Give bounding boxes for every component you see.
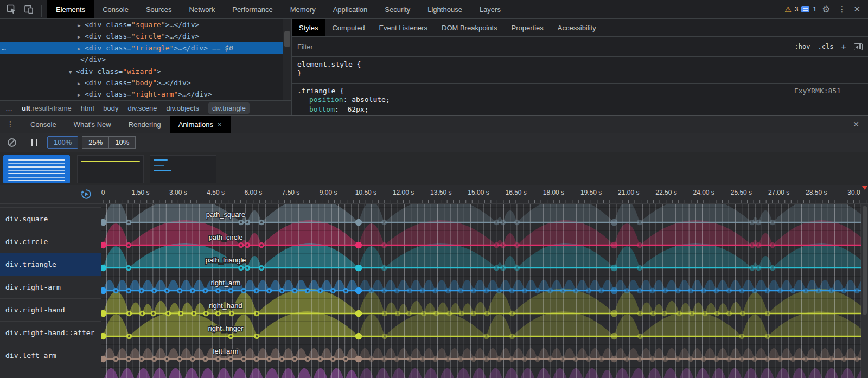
expand-arrow-icon[interactable]: ▶ xyxy=(78,20,85,31)
toggle-hover-state-button[interactable]: :hov xyxy=(795,43,810,50)
ruler-label: 24.00 s xyxy=(693,189,714,196)
styles-tabs: StylesComputedEvent ListenersDOM Breakpo… xyxy=(292,19,868,37)
drawer-tab-animations[interactable]: Animations× xyxy=(170,116,231,133)
more-options-icon[interactable]: ⋮ xyxy=(835,4,848,14)
css-rule-0: element.style {} xyxy=(292,57,868,84)
drawer-tab-rendering[interactable]: Rendering xyxy=(120,116,170,133)
topbar-tab-console[interactable]: Console xyxy=(94,0,137,18)
breadcrumb-item-3[interactable]: body xyxy=(103,104,118,112)
drawer-tab-what-s-new[interactable]: What's New xyxy=(65,116,120,133)
devtools-window: ElementsConsoleSourcesNetworkPerformance… xyxy=(0,0,868,378)
topbar-tab-sources[interactable]: Sources xyxy=(137,0,181,18)
ruler-label: 18.00 s xyxy=(543,189,564,196)
expand-arrow-icon[interactable]: ▶ xyxy=(78,78,85,89)
topbar-tab-network[interactable]: Network xyxy=(181,0,224,18)
toggle-class-button[interactable]: .cls xyxy=(818,43,833,50)
topbar-tab-layers[interactable]: Layers xyxy=(471,0,509,18)
inspect-element-icon[interactable] xyxy=(5,3,17,15)
topbar-tab-security[interactable]: Security xyxy=(376,0,419,18)
dom-row-2[interactable]: …▶<div class="triangle">…</div> == $0 xyxy=(0,42,291,54)
animation-group-preview-2[interactable] xyxy=(150,155,216,183)
topbar-tab-application[interactable]: Application xyxy=(324,0,376,18)
issues-icon[interactable] xyxy=(801,6,809,12)
warning-icon[interactable]: ⚠ xyxy=(784,5,792,14)
dom-row-more-icon[interactable]: … xyxy=(2,42,7,54)
styles-filter-input[interactable] xyxy=(297,43,710,51)
settings-gear-icon[interactable]: ⚙ xyxy=(820,4,832,15)
dom-row-3[interactable]: </div> xyxy=(0,54,291,65)
timeline-scrollbar[interactable] xyxy=(861,204,868,378)
expand-arrow-icon[interactable]: ▶ xyxy=(78,89,85,100)
styles-tab-styles[interactable]: Styles xyxy=(292,19,325,36)
track-row-div-triangle[interactable]: div.triangle xyxy=(0,253,101,276)
dom-scrollbar-thumb[interactable] xyxy=(284,31,290,47)
topbar-tab-performance[interactable]: Performance xyxy=(224,0,281,18)
styles-tab-accessibility[interactable]: Accessibility xyxy=(551,19,603,36)
ruler-label: 19.50 s xyxy=(580,189,602,196)
dom-row-5[interactable]: ▶<div class="body">…</div> xyxy=(0,77,291,88)
replay-icon[interactable] xyxy=(80,188,92,200)
styles-tab-event-listeners[interactable]: Event Listeners xyxy=(372,19,435,36)
expand-arrow-icon[interactable]: ▶ xyxy=(78,43,85,55)
collapse-sidebar-icon[interactable] xyxy=(854,43,863,50)
styles-filter-bar: :hov .cls + xyxy=(292,37,868,57)
topbar-tab-memory[interactable]: Memory xyxy=(282,0,324,18)
topbar-tabs: ElementsConsoleSourcesNetworkPerformance… xyxy=(47,0,509,18)
scrubber-marker[interactable] xyxy=(862,186,867,190)
styles-tab-dom-breakpoints[interactable]: DOM Breakpoints xyxy=(435,19,505,36)
ruler-label: 15.00 s xyxy=(468,189,489,196)
close-drawer-icon[interactable]: ✕ xyxy=(853,116,868,133)
stylesheet-source-link[interactable]: ExyYRMK:851 xyxy=(794,87,841,95)
dom-row-0[interactable]: ▶<div class="square">…</div> xyxy=(0,19,291,30)
close-tab-icon[interactable]: × xyxy=(218,120,222,129)
timeline-scrollbar-thumb[interactable] xyxy=(863,206,867,315)
dom-scrollbar[interactable] xyxy=(283,19,291,100)
breadcrumb-item-6[interactable]: div.triangle xyxy=(208,102,250,114)
ruler-label: 21.00 s xyxy=(618,189,639,196)
topbar-tab-lighthouse[interactable]: Lighthouse xyxy=(419,0,471,18)
svg-text:left_arm: left_arm xyxy=(213,347,239,355)
breadcrumb-item-0[interactable]: … xyxy=(5,104,12,112)
speed-button-100[interactable]: 100% xyxy=(47,136,78,149)
expand-arrow-icon[interactable]: ▶ xyxy=(78,31,85,43)
ruler-label: 28.50 s xyxy=(806,189,827,196)
breadcrumb-item-2[interactable]: html xyxy=(81,104,94,112)
track-row-div-right-hand-after[interactable]: div.right-hand::after xyxy=(0,322,101,344)
breadcrumb-item-5[interactable]: div.objects xyxy=(166,104,199,112)
animation-tracks: div.squarediv.circlediv.trianglediv.righ… xyxy=(0,203,868,378)
clear-all-icon[interactable] xyxy=(7,137,17,148)
track-row-div-left-arm[interactable]: div.left-arm xyxy=(0,344,101,367)
ruler-label: 27.00 s xyxy=(768,189,789,196)
track-row-div-right-arm[interactable]: div.right-arm xyxy=(0,276,101,299)
dom-row-1[interactable]: ▶<div class="circle">…</div> xyxy=(0,30,291,42)
new-style-rule-button[interactable]: + xyxy=(841,42,846,52)
speed-button-10[interactable]: 10% xyxy=(108,136,136,149)
speed-button-25[interactable]: 25% xyxy=(82,136,109,149)
track-row-div-right-hand[interactable]: div.right-hand xyxy=(0,299,101,322)
dom-row-4[interactable]: ▼<div class="wizard"> xyxy=(0,66,291,77)
breadcrumb: …ult.result-iframehtmlbodydiv.scenediv.o… xyxy=(0,100,291,115)
drawer-menu-icon[interactable]: ⋮ xyxy=(0,116,22,133)
css-declaration[interactable]: bottom: -62px; xyxy=(297,105,863,115)
dom-row-6[interactable]: ▶<div class="right-arm">…</div> xyxy=(0,88,291,100)
css-rule-close: } xyxy=(297,68,863,79)
device-toolbar-icon[interactable] xyxy=(23,3,35,15)
track-row-div-circle[interactable]: div.circle xyxy=(0,230,101,253)
animation-group-preview-0[interactable] xyxy=(3,155,70,183)
track-row-div-square[interactable]: div.square xyxy=(0,208,101,230)
breadcrumb-item-1[interactable]: ult.result-iframe xyxy=(22,104,72,112)
timeline-ruler[interactable]: 01.50 s3.00 s4.50 s6.00 s7.50 s9.00 s10.… xyxy=(0,185,868,203)
svg-text:path_square: path_square xyxy=(206,210,245,219)
styles-tab-properties[interactable]: Properties xyxy=(505,19,551,36)
breadcrumb-item-4[interactable]: div.scene xyxy=(128,104,157,112)
css-declaration[interactable]: position: absolute; xyxy=(297,95,863,105)
expand-arrow-icon[interactable]: ▼ xyxy=(69,67,76,78)
styles-tab-computed[interactable]: Computed xyxy=(325,19,372,36)
close-devtools-icon[interactable]: ✕ xyxy=(851,4,863,14)
keyframes-canvas[interactable]: path_squarepath_circlepath_triangleright… xyxy=(101,204,868,378)
pause-all-button[interactable] xyxy=(31,139,37,146)
animation-group-preview-1[interactable] xyxy=(77,155,144,183)
topbar-tab-elements[interactable]: Elements xyxy=(47,0,94,18)
drawer-tab-console[interactable]: Console xyxy=(22,116,65,133)
upper-panels: ▶<div class="square">…</div>▶<div class=… xyxy=(0,19,868,115)
